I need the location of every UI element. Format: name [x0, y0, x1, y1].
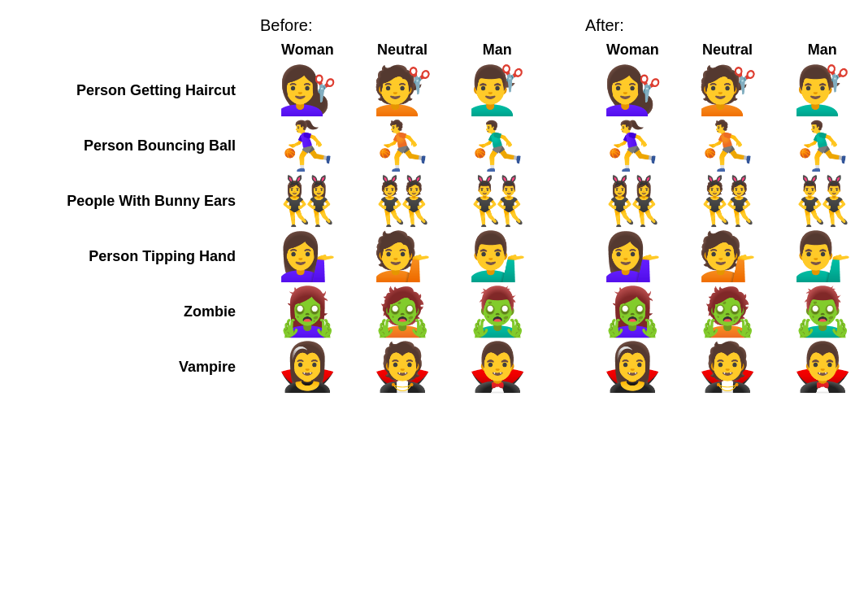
emoji-cell: 💇‍♂️ [457, 67, 538, 114]
before-title: Before: [260, 16, 545, 35]
emoji-cell: 🧟‍♀️ [267, 288, 348, 335]
emoji-cell: 💇 [362, 67, 443, 114]
table-row: Person Bouncing Ball⛹️‍♀️⛹️⛹️‍♂️⛹️‍♀️⛹️⛹… [8, 122, 860, 169]
emoji-rows: Person Getting Haircut💇‍♀️💇💇‍♂️💇‍♀️💇💇‍♂️… [8, 67, 860, 399]
row-label: People With Bunny Ears [8, 193, 260, 210]
after-emoji-group: 💁‍♀️💁💁‍♂️ [585, 233, 868, 280]
row-label: Zombie [8, 303, 260, 320]
emoji-cell: 🧛 [362, 343, 443, 390]
emoji-cell: ⛹️‍♀️ [267, 122, 348, 169]
emoji-cell: 👯 [362, 177, 443, 224]
emoji-cell: ⛹️‍♂️ [457, 122, 538, 169]
after-emoji-group: 🧟‍♀️🧟🧟‍♂️ [585, 288, 868, 335]
row-label: Person Getting Haircut [8, 82, 260, 99]
emoji-cell: 🧟‍♂️ [457, 288, 538, 335]
emoji-cell: 🧛‍♂️ [782, 343, 863, 390]
emoji-cell: 🧟‍♀️ [592, 288, 673, 335]
table-row: Person Tipping Hand💁‍♀️💁💁‍♂️💁‍♀️💁💁‍♂️ [8, 233, 860, 280]
emoji-cell: 💁‍♀️ [592, 233, 673, 280]
before-man-header: Man [457, 41, 538, 59]
before-emoji-group: 🧟‍♀️🧟🧟‍♂️ [260, 288, 545, 335]
emoji-cell: 🧟 [687, 288, 768, 335]
before-col-headers: Woman Neutral Man [260, 41, 545, 59]
after-emoji-group: 🧛‍♀️🧛🧛‍♂️ [585, 343, 868, 390]
row-label: Person Tipping Hand [8, 248, 260, 265]
row-label: Vampire [8, 359, 260, 376]
emoji-cell: 👯‍♂️ [457, 177, 538, 224]
emoji-cell: 👯‍♀️ [267, 177, 348, 224]
emoji-cell: 🧟 [362, 288, 443, 335]
emoji-cell: 🧛 [687, 343, 768, 390]
table-row: Zombie🧟‍♀️🧟🧟‍♂️🧟‍♀️🧟🧟‍♂️ [8, 288, 860, 335]
emoji-cell: 🧛‍♂️ [457, 343, 538, 390]
after-emoji-group: 👯‍♀️👯👯‍♂️ [585, 177, 868, 224]
after-neutral-header: Neutral [687, 41, 768, 59]
emoji-cell: 🧛‍♀️ [267, 343, 348, 390]
before-woman-header: Woman [267, 41, 348, 59]
emoji-cell: 👯 [687, 177, 768, 224]
emoji-cell: ⛹️ [687, 122, 768, 169]
emoji-cell: 💁‍♂️ [782, 233, 863, 280]
before-emoji-group: 👯‍♀️👯👯‍♂️ [260, 177, 545, 224]
before-emoji-group: ⛹️‍♀️⛹️⛹️‍♂️ [260, 122, 545, 169]
row-label: Person Bouncing Ball [8, 137, 260, 155]
before-emoji-group: 🧛‍♀️🧛🧛‍♂️ [260, 343, 545, 390]
table-row: Person Getting Haircut💇‍♀️💇💇‍♂️💇‍♀️💇💇‍♂️ [8, 67, 860, 114]
emoji-cell: ⛹️‍♂️ [782, 122, 863, 169]
after-emoji-group: 💇‍♀️💇💇‍♂️ [585, 67, 868, 114]
after-man-header: Man [782, 41, 863, 59]
emoji-cell: 🧛‍♀️ [592, 343, 673, 390]
emoji-cell: 💇‍♂️ [782, 67, 863, 114]
emoji-cell: ⛹️ [362, 122, 443, 169]
emoji-cell: 👯‍♂️ [782, 177, 863, 224]
after-woman-header: Woman [592, 41, 673, 59]
section-headers: Before: Woman Neutral Man After: Woman N… [8, 16, 860, 59]
emoji-cell: 💁 [362, 233, 443, 280]
before-emoji-group: 💁‍♀️💁💁‍♂️ [260, 233, 545, 280]
before-neutral-header: Neutral [362, 41, 443, 59]
emoji-cell: 💁‍♂️ [457, 233, 538, 280]
after-emoji-group: ⛹️‍♀️⛹️⛹️‍♂️ [585, 122, 868, 169]
emoji-cell: 💇‍♀️ [592, 67, 673, 114]
emoji-cell: 👯‍♀️ [592, 177, 673, 224]
after-title: After: [585, 16, 868, 35]
emoji-cell: 💇 [687, 67, 768, 114]
main-container: Before: Woman Neutral Man After: Woman N… [0, 0, 868, 415]
emoji-cell: 💁‍♀️ [267, 233, 348, 280]
emoji-cell: 💇‍♀️ [267, 67, 348, 114]
table-row: People With Bunny Ears👯‍♀️👯👯‍♂️👯‍♀️👯👯‍♂️ [8, 177, 860, 224]
after-col-headers: Woman Neutral Man [585, 41, 868, 59]
emoji-cell: 💁 [687, 233, 768, 280]
table-row: Vampire🧛‍♀️🧛🧛‍♂️🧛‍♀️🧛🧛‍♂️ [8, 343, 860, 390]
emoji-cell: 🧟‍♂️ [782, 288, 863, 335]
before-emoji-group: 💇‍♀️💇💇‍♂️ [260, 67, 545, 114]
before-section-header: Before: Woman Neutral Man [260, 16, 545, 59]
after-section-header: After: Woman Neutral Man [585, 16, 868, 59]
emoji-cell: ⛹️‍♀️ [592, 122, 673, 169]
